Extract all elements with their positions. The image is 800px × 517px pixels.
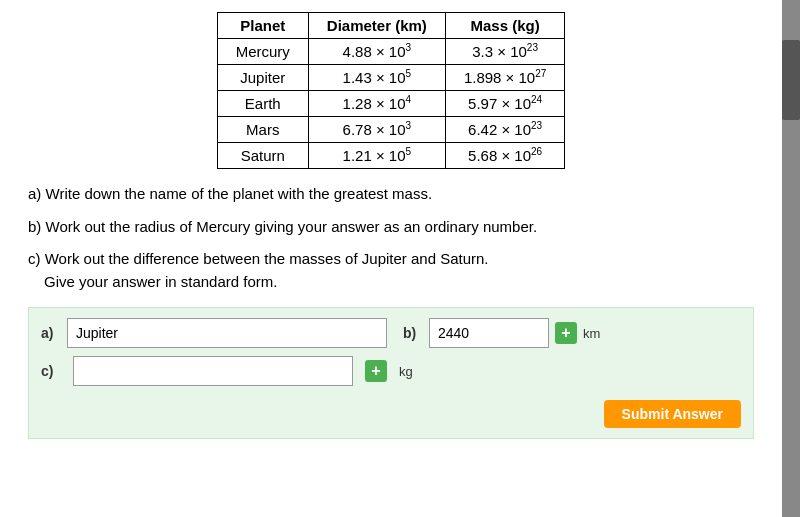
diameter-value: 1.43 × 105 — [308, 65, 445, 91]
col-header-planet: Planet — [217, 13, 308, 39]
unit-label-b: km — [583, 326, 600, 341]
planet-name: Mars — [217, 117, 308, 143]
answer-input-b[interactable] — [429, 318, 549, 348]
question-b: b) Work out the radius of Mercury giving… — [28, 216, 754, 239]
unit-label-c: kg — [399, 364, 413, 379]
answer-row-c: c) + kg — [41, 356, 741, 386]
answer-input-c[interactable] — [73, 356, 353, 386]
diameter-value: 1.21 × 105 — [308, 143, 445, 169]
planet-name: Saturn — [217, 143, 308, 169]
table-row: Earth 1.28 × 104 5.97 × 1024 — [217, 91, 565, 117]
mass-value: 3.3 × 1023 — [445, 39, 564, 65]
scrollbar-thumb[interactable] — [782, 40, 800, 120]
diameter-value: 4.88 × 103 — [308, 39, 445, 65]
planet-table: Planet Diameter (km) Mass (kg) Mercury 4… — [217, 12, 566, 169]
answer-group-b: b) + km — [403, 318, 600, 348]
answer-label-b: b) — [403, 325, 423, 341]
table-row: Mercury 4.88 × 103 3.3 × 1023 — [217, 39, 565, 65]
diameter-value: 6.78 × 103 — [308, 117, 445, 143]
answer-group-a: a) — [41, 318, 387, 348]
table-row: Saturn 1.21 × 105 5.68 × 1026 — [217, 143, 565, 169]
col-header-mass: Mass (kg) — [445, 13, 564, 39]
col-header-diameter: Diameter (km) — [308, 13, 445, 39]
submit-button[interactable]: Submit Answer — [604, 400, 741, 428]
plus-button-b[interactable]: + — [555, 322, 577, 344]
plus-button-c[interactable]: + — [365, 360, 387, 382]
mass-value: 1.898 × 1027 — [445, 65, 564, 91]
answer-label-a: a) — [41, 325, 61, 341]
mass-value: 5.68 × 1026 — [445, 143, 564, 169]
table-row: Mars 6.78 × 103 6.42 × 1023 — [217, 117, 565, 143]
mass-value: 6.42 × 1023 — [445, 117, 564, 143]
plus-icon-c: + — [371, 362, 380, 380]
plus-icon-b: + — [561, 324, 570, 342]
question-a: a) Write down the name of the planet wit… — [28, 183, 754, 206]
diameter-value: 1.28 × 104 — [308, 91, 445, 117]
answer-section: a) b) + km c) + — [28, 307, 754, 439]
scrollbar[interactable] — [782, 0, 800, 517]
answer-input-a[interactable] — [67, 318, 387, 348]
planet-name: Mercury — [217, 39, 308, 65]
mass-value: 5.97 × 1024 — [445, 91, 564, 117]
table-row: Jupiter 1.43 × 105 1.898 × 1027 — [217, 65, 565, 91]
question-c: c) Work out the difference between the m… — [28, 248, 754, 293]
planet-name: Earth — [217, 91, 308, 117]
answer-row-ab: a) b) + km — [41, 318, 741, 348]
answer-label-c: c) — [41, 363, 61, 379]
planet-name: Jupiter — [217, 65, 308, 91]
questions-section: a) Write down the name of the planet wit… — [28, 183, 754, 293]
